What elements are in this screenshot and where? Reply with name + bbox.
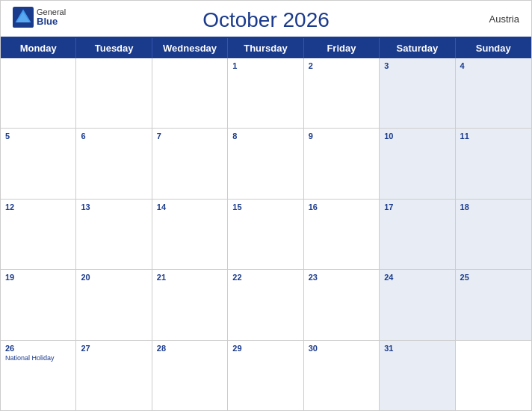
logo-area: General Blue: [13, 7, 66, 28]
header-sunday: Sunday: [456, 38, 531, 58]
day-cell-oct30: 30: [304, 341, 380, 410]
day-cell-oct9: 9: [304, 129, 380, 198]
day-cell-oct12: 12: [1, 200, 76, 269]
day-cell-oct29: 29: [228, 341, 303, 410]
day-cell-oct22: 22: [228, 270, 303, 339]
day-cell-oct16: 16: [304, 200, 380, 269]
week-row-5: 26 National Holiday 27 28 29 30 31: [1, 341, 531, 410]
day-cell-oct27: 27: [76, 341, 152, 410]
day-cell-oct17: 17: [380, 200, 455, 269]
day-cell-oct10: 10: [380, 129, 455, 198]
day-cell-oct19: 19: [1, 270, 76, 339]
day-cell-oct18: 18: [456, 200, 531, 269]
day-cell-oct6: 6: [76, 129, 152, 198]
logo-text: General Blue: [37, 7, 66, 27]
week-row-4: 19 20 21 22 23 24 25: [1, 270, 531, 340]
day-headers: Monday Tuesday Wednesday Thursday Friday…: [1, 38, 531, 58]
day-cell-oct26: 26 National Holiday: [1, 341, 76, 410]
week-row-3: 12 13 14 15 16 17 18: [1, 200, 531, 270]
header-monday: Monday: [1, 38, 76, 58]
national-holiday-label: National Holiday: [5, 354, 71, 362]
header-saturday: Saturday: [380, 38, 455, 58]
generalblue-logo-icon: [13, 7, 34, 28]
day-cell-oct5: 5: [1, 129, 76, 198]
day-cell-oct7: 7: [152, 129, 228, 198]
calendar-header: General Blue October 2026 Austria: [1, 1, 531, 37]
day-cell-w5-sun: [456, 341, 531, 410]
day-cell-oct24: 24: [380, 270, 455, 339]
day-cell-oct31: 31: [380, 341, 455, 410]
day-cell-oct21: 21: [152, 270, 228, 339]
header-thursday: Thursday: [228, 38, 303, 58]
day-cell-oct15: 15: [228, 200, 303, 269]
weeks-container: 1 2 3 4 5 6 7 8 9 10 11 12 13 14 15 16: [1, 58, 531, 410]
day-cell-oct11: 11: [456, 129, 531, 198]
header-wednesday: Wednesday: [152, 38, 228, 58]
calendar-title: October 2026: [202, 8, 330, 32]
day-cell-w1-mon: [1, 58, 76, 128]
logo-blue-label: Blue: [37, 16, 66, 27]
day-cell-oct8: 8: [228, 129, 303, 198]
country-label: Austria: [489, 13, 519, 25]
calendar-container: General Blue October 2026 Austria Monday…: [0, 0, 532, 411]
week-row-2: 5 6 7 8 9 10 11: [1, 129, 531, 199]
day-cell-oct4: 4: [456, 58, 531, 128]
day-cell-oct20: 20: [76, 270, 152, 339]
day-cell-oct25: 25: [456, 270, 531, 339]
day-cell-oct13: 13: [76, 200, 152, 269]
day-cell-w1-tue: [76, 58, 152, 128]
day-cell-oct14: 14: [152, 200, 228, 269]
calendar-grid: Monday Tuesday Wednesday Thursday Friday…: [1, 37, 531, 410]
header-friday: Friday: [304, 38, 380, 58]
day-cell-oct2: 2: [304, 58, 380, 128]
day-cell-oct1: 1: [228, 58, 303, 128]
day-cell-oct23: 23: [304, 270, 380, 339]
day-cell-w1-wed: [152, 58, 228, 128]
day-cell-oct3: 3: [380, 58, 455, 128]
week-row-1: 1 2 3 4: [1, 58, 531, 129]
day-cell-oct28: 28: [152, 341, 228, 410]
title-area: October 2026: [202, 8, 330, 32]
header-tuesday: Tuesday: [76, 38, 152, 58]
